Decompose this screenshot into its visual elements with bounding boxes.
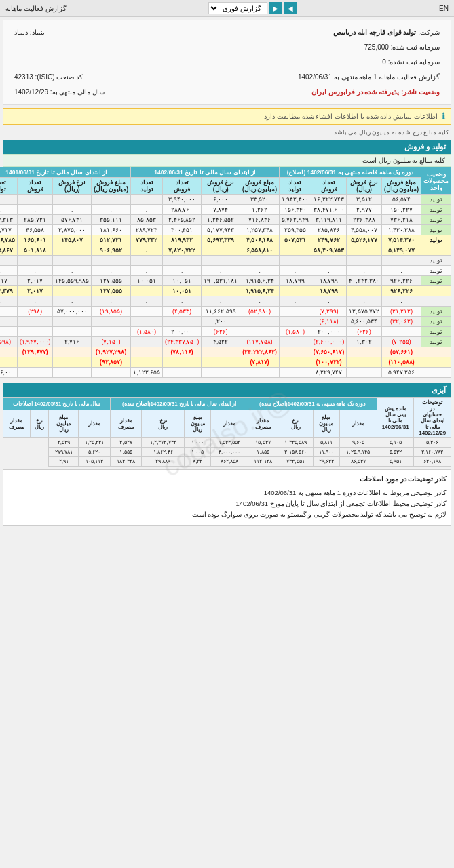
status-label: وضعیت ناشر: <box>401 88 440 96</box>
table-row: تولید ۵۶,۵۷۴۳,۵۱۲۱۶,۲۲۲,۷۴۳۱,۹۴۲,۴۰۰ ۳۳,… <box>0 195 451 205</box>
nav-forward-button[interactable]: ▶ <box>269 2 282 14</box>
sub-mablagh-1: مبلغ فروش(میلیون ریال) <box>381 178 421 195</box>
main-table: وضعیتمحصولاتواحد دوره یک ماهه فاصله منته… <box>0 167 451 378</box>
sub-tedad-3: تعدادفروش <box>17 178 52 195</box>
sub-narkh-1: نرخ فروش(ریال) <box>347 178 382 195</box>
sub-tedad-1: تعدادفروش <box>311 178 346 195</box>
code-value: 42313 <box>14 73 33 81</box>
report-value: دنماد <box>14 28 28 36</box>
year-label: سال مالی منتهی به: <box>50 88 105 96</box>
capital2-value: 0 <box>382 58 386 66</box>
table-row-subtotal2: ۹۲۶,۲۲۶۱۸,۷۹۹ ۱,۹۱۵,۶,۳۴۱۰,۰۵۱ ۱۲۷,۵۵۵۲,… <box>0 286 451 296</box>
s2-changes-header: مانده پیشبینی سالمالی تا1402/06/31 <box>377 398 414 438</box>
table-row: تولید ۱,۴۳۰,۳۸۸۴,۵۵۸,۰۰۷۲۸۵,۸۴۶۲۵۹,۳۵۵ ۱… <box>0 225 451 235</box>
note2: کادر توضیحی محیط اطلاعات تجمعی از ابتدای… <box>7 498 447 509</box>
nav-buttons[interactable]: ◀ ▶ گزارش فوری <box>208 2 297 14</box>
note-text: کلیه مبالغ درج شده به میلیون ریال می باش… <box>334 129 449 136</box>
table-row-empty: تولید.... .... .... <box>0 256 451 266</box>
table-row-empty2: تولید.... .... .... <box>0 266 451 276</box>
header-info: شرکت: تولید قوای قارچه ایله دریاییص بنما… <box>3 20 451 105</box>
sub-narkh-3: نرخ فروش(ریال) <box>53 178 92 195</box>
year-value: 1402/12/29 <box>14 88 48 96</box>
sub-tolid-2: تعدادتولید <box>131 178 163 195</box>
section1-header: تولید و فروش <box>3 140 451 154</box>
info-table: شرکت: تولید قوای قارچه ایله دریاییص بنما… <box>10 24 444 100</box>
capital-label: سرمایه ثبت شده: <box>391 43 440 51</box>
section2-header: آبزی <box>3 383 451 397</box>
section2-table: توضیحاتدرحسابهایابتدای سالمالی تا1402/12… <box>3 397 451 467</box>
note3: لازم به توضیح می باشد که تولید محصولات گ… <box>7 509 447 520</box>
status-value: پذیرفته شده در فرابورس ایران <box>311 88 399 96</box>
period2-header: از ابتدای سال مالی تا تاریخ 1402/06/31 <box>131 167 280 178</box>
warning-bar: ℹ اطلاعات نمایش داده شده با اطلاعات افشا… <box>3 108 451 125</box>
report-label: بنماد: <box>30 28 45 36</box>
table-row-red1: تولید (۲۱,۲۱۲)۱۲,۵۷۵,۷۷۲(۷,۲۹۹) (۵۲,۹۸۰)… <box>0 307 451 317</box>
report-dropdown[interactable]: گزارش فوری <box>208 2 267 14</box>
s2-period2-header: از ابتدای سال مالی تا تاریخ 1402/05/31(ا… <box>111 398 248 410</box>
section2-title: آبزی <box>432 386 446 394</box>
s2-period3-header: سال مالی تا تاریخ 1402/05/31 اصلاحات <box>3 398 111 410</box>
activity-label: گزارش فعالیت ماهانه 1 ماهه منتهی به <box>334 73 440 81</box>
company-name: تولید قوای قارچه ایله دریاییص <box>333 28 416 36</box>
note1: کادر توضیحی مربوط به اطلاعات دوره 1 ماهه… <box>7 488 447 498</box>
table-row-red3: تولید (۶۲۶)۲۰۰,۰۰۰(۱,۵۸۰) (۶۲۶)۲۰۰,۰۰۰(۱… <box>0 327 451 337</box>
period3-header: از ابتدای سال مالی تا تاریخ 1401/06/31 <box>0 167 131 178</box>
top-bar: EN ◀ ▶ گزارش فوری گزارش فعالیت ماهانه <box>0 0 454 17</box>
capital-value: 725,000 <box>364 43 389 51</box>
code-label: کد صنعت (ISIC): <box>35 73 83 81</box>
col-type-header: وضعیتمحصولاتواحد <box>421 167 451 195</box>
s2-period1-header: دوره یک ماهه منتهی به 1402/05/31(اصلاح ش… <box>248 398 377 410</box>
s2-type-header: توضیحاتدرحسابهایابتدای سالمالی تا1402/12… <box>414 398 451 438</box>
capital2-label: سرمایه ثبت نشده: <box>388 58 440 66</box>
table-row: تولید ۱۵۰,۲۲۷۲,۹۷۷۳۸,۴۷۱,۶۰۰۱۵۶,۳۴۰ ۱,۲۶… <box>0 205 451 215</box>
notes-section: کادر توضیحات در مورد اصلاحات کادر توضیحی… <box>3 469 451 526</box>
company-label: شرکت: <box>418 28 440 36</box>
s2-row2: ۲,۱۶۰,۷۸۲۵,۵۳۲۱,۲۵,۹,۱۴۵۱۱,۹۰۰ ۲,۱۵۸,۵۶۰… <box>3 448 451 457</box>
period1-header: دوره یک ماهه فاصله منتهی به 1402/06/31 (… <box>280 167 421 178</box>
table-row-data: تولید ۹۲۶,۲۲۶۴۰,۲۴۲,۳۸۰۱۸,۷۹۹۱۸,۷۹۹ ۱,۹۱… <box>0 276 451 286</box>
section1-title: تولید و فروش <box>404 142 446 151</box>
warning-text: اطلاعات نمایش داده شده با اطلاعات افشاء … <box>264 113 438 120</box>
table-row-final: (۱۱۰,۵۸۸)(۱۰۰,۷۲۲) (۷,۸۱۷) (۹۲,۸۵۷) <box>0 357 451 368</box>
table-row-orange: (۵۷,۶۶۱)(۷,۶۵۰,۶۱۷) (۲۴,۲۲۲,۸۶۲)(۷۸,۱۱۶)… <box>0 347 451 357</box>
section1-subtitle: کلیه مبالغ به میلیون ریال است <box>3 154 451 167</box>
notes-title: کادر توضیحات در مورد اصلاحات <box>7 474 447 485</box>
s2-row1: ۵,۳۰۶۵,۱۰۵۹,۶۰۵۵,۸۱۱ ۱,۳۳۵,۵۸۹۱۵,۵۳۷۱,۵۳… <box>3 438 451 448</box>
sub-narkh-2: نرخ فروش(ریال) <box>202 178 240 195</box>
info-icon: ℹ <box>442 111 445 121</box>
lang-label: EN <box>439 5 449 12</box>
table-row-subtotal: ۵,۱۴۹,۰۷۷۵۸,۴۰۹,۷۵۳ ۶,۵۵۸,۸۱۰۷,۸۲۰,۷۲۲. … <box>0 245 451 256</box>
top-bar-title: گزارش فعالیت ماهانه <box>5 5 67 12</box>
sub-tolid-1: تعدادتولید <box>280 178 311 195</box>
table-row-group: تولید ۷,۵۱۴,۳۷۰۵,۵۲۶,۱۷۷۲۴۹,۷۶۲۵۰۷,۵۲۱ ۴… <box>0 235 451 245</box>
note-bar: کلیه مبالغ درج شده به میلیون ریال می باش… <box>3 127 451 137</box>
nav-back-button[interactable]: ◀ <box>284 2 297 14</box>
sub-tolid-3: تعدادتولید <box>0 178 17 195</box>
table-row-dot: .... .... .... <box>0 296 451 307</box>
table-row-red2: تولید (۳۲,۰۶۲)۵,۶۰۰,۵۳۴(۶,۱۱۸) .۲۰۰,. ..… <box>0 317 451 327</box>
sub-mablagh-2: مبلغ فروش(میلیون ریال) <box>240 178 280 195</box>
table-row-red4: تولید (۷,۲۵۵)۱,۳۰۲(۲,۶۰۰,۰۰۰) (۱۱۷,۷۵۸)۴… <box>0 337 451 347</box>
table-row-total: ۵,۹۴۷,۲۵۶۸,۲۲۹,۷۴۷ ۱,۱۲۲,۶۵۵ ۷,۵۶۶,۰۰ <box>0 368 451 378</box>
activity-date: 1402/06/31 <box>298 73 332 81</box>
s2-row3: ۶۴۰,۱۹۸۵,۹۵۱۸۶,۵۳۷۲۹,۶۴۳ ۷۳۳,۵۵۱۱۱۲,۱۳۸۸… <box>3 457 451 467</box>
table-row: تولید ۷۳۶,۲۱۸۲۳۶,۳۸۸۳,۱۱۹,۸۱۱۵,۷۶۲,۹۴۹ ۷… <box>0 215 451 225</box>
sub-mablagh-3: مبلغ فروش(میلیون ریال) <box>92 178 131 195</box>
sub-tedad-2: تعدادفروش <box>162 178 201 195</box>
